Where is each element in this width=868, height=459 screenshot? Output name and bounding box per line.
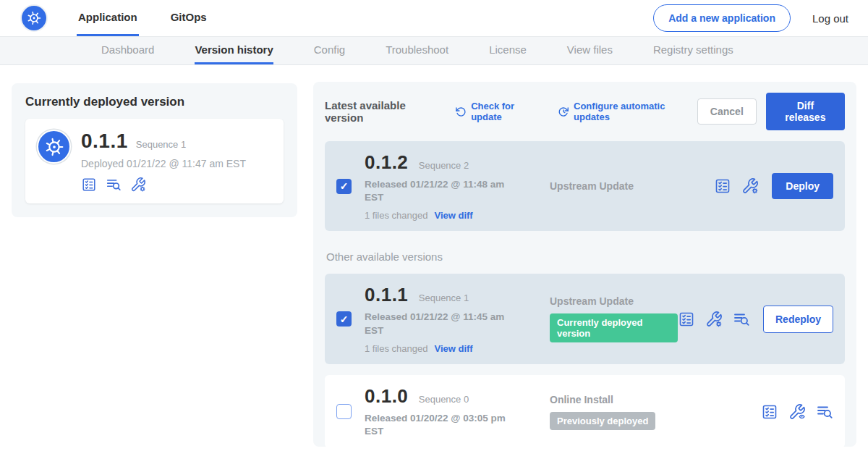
sequence-label: Sequence 1 [419, 292, 469, 303]
app-subnav: Dashboard Version history Config Trouble… [0, 36, 868, 65]
deployed-sequence-label: Sequence 1 [136, 139, 186, 150]
tab-registry-settings[interactable]: Registry settings [653, 37, 733, 64]
edit-config-icon[interactable] [705, 311, 723, 328]
cancel-button[interactable]: Cancel [697, 98, 757, 125]
other-available-versions-title: Other available versions [326, 250, 845, 263]
nav-tab-gitops[interactable]: GitOps [169, 0, 208, 36]
available-versions-panel: Latest available version Check for updat… [313, 82, 856, 447]
files-changed-label: 1 files changed [365, 210, 427, 221]
tab-version-history[interactable]: Version history [195, 37, 273, 64]
tab-dashboard[interactable]: Dashboard [101, 37, 154, 64]
preflight-checks-icon[interactable] [714, 177, 731, 195]
edit-config-icon[interactable] [130, 177, 146, 193]
redeploy-button[interactable]: Redeploy [763, 306, 833, 333]
tab-troubleshoot[interactable]: Troubleshoot [386, 37, 448, 64]
deployed-version-card: 0.1.1 Sequence 1 Deployed 01/21/22 @ 11:… [25, 119, 284, 203]
previously-deployed-badge: Previously deployed [550, 412, 655, 430]
version-number: 0.1.0 [365, 385, 408, 407]
version-row-0-1-1: ✓ 0.1.1 Sequence 1 Released 01/21/22 @ 1… [325, 274, 845, 363]
deployed-version-number: 0.1.1 [81, 130, 128, 153]
version-row-0-1-2: ✓ 0.1.2 Sequence 2 Released 01/21/22 @ 1… [325, 141, 845, 231]
check-for-update-label: Check for update [471, 101, 544, 122]
app-icon [37, 130, 71, 164]
kubernetes-logo-icon [22, 6, 46, 30]
view-diff-link[interactable]: View diff [434, 210, 472, 221]
app-header: Application GitOps Add a new application… [0, 0, 868, 36]
tab-view-files[interactable]: View files [567, 37, 613, 64]
preflight-checks-icon[interactable] [81, 177, 97, 193]
configure-automatic-updates-link[interactable]: Configure automatic updates [558, 101, 697, 122]
released-timestamp: Released 01/21/22 @ 11:48 am EST [365, 178, 506, 204]
sequence-label: Sequence 2 [419, 160, 469, 171]
deploy-logs-icon[interactable] [733, 311, 750, 328]
check-for-update-link[interactable]: Check for update [455, 101, 544, 122]
released-timestamp: Released 01/20/22 @ 03:05 pm EST [365, 412, 506, 438]
refresh-icon [455, 106, 467, 118]
version-source-label: Online Install [550, 394, 761, 405]
released-timestamp: Released 01/21/22 @ 11:45 am EST [365, 311, 506, 337]
version-checkbox[interactable]: ✓ [336, 179, 352, 194]
version-checkbox[interactable]: ✓ [336, 311, 352, 327]
version-number: 0.1.1 [365, 284, 408, 306]
currently-deployed-panel: Currently deployed version 0.1.1 Sequenc… [12, 83, 297, 217]
currently-deployed-badge: Currently deployed version [550, 313, 678, 342]
nav-tab-application[interactable]: Application [77, 0, 139, 36]
deploy-logs-icon[interactable] [816, 403, 833, 421]
tab-config[interactable]: Config [314, 37, 345, 64]
preflight-checks-icon[interactable] [678, 311, 695, 328]
latest-available-title: Latest available version [325, 99, 441, 124]
tab-license[interactable]: License [489, 37, 527, 64]
version-source-label: Upstream Update [550, 295, 678, 307]
preflight-checks-icon[interactable] [761, 403, 778, 421]
files-changed-label: 1 files changed [365, 343, 427, 354]
schedule-icon [558, 106, 569, 118]
deployed-panel-title: Currently deployed version [25, 95, 284, 109]
version-row-0-1-0: 0.1.0 Sequence 0 Released 01/20/22 @ 03:… [325, 375, 845, 448]
version-checkbox[interactable] [336, 404, 352, 419]
version-number: 0.1.2 [365, 151, 408, 173]
configure-automatic-updates-label: Configure automatic updates [574, 101, 697, 122]
sequence-label: Sequence 0 [419, 394, 469, 405]
view-config-icon[interactable] [788, 403, 806, 421]
add-new-application-button[interactable]: Add a new application [653, 4, 791, 32]
version-source-label: Upstream Update [550, 180, 714, 192]
logout-button[interactable]: Log out [812, 12, 848, 25]
deploy-button[interactable]: Deploy [772, 173, 833, 199]
deploy-logs-icon[interactable] [106, 177, 122, 193]
view-diff-link[interactable]: View diff [434, 343, 472, 354]
deployed-timestamp: Deployed 01/21/22 @ 11:47 am EST [81, 158, 246, 169]
diff-releases-button[interactable]: Diff releases [766, 93, 845, 130]
edit-config-icon[interactable] [741, 177, 759, 195]
